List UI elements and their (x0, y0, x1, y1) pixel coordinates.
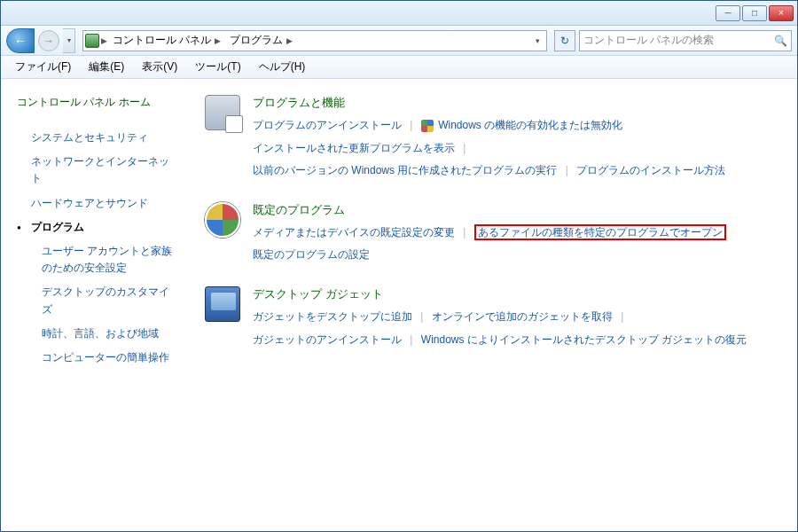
link-filetype-open-with[interactable]: あるファイルの種類を特定のプログラムでオープン (474, 224, 726, 240)
section-programs: プログラムと機能 プログラムのアンインストール | Windows の機能の有効… (205, 95, 779, 184)
history-dropdown[interactable]: ▾ (63, 28, 75, 53)
section-body: プログラムと機能 プログラムのアンインストール | Windows の機能の有効… (253, 95, 779, 184)
back-button[interactable]: ← (6, 28, 35, 53)
section-body: デスクトップ ガジェット ガジェットをデスクトップに追加 | オンラインで追加の… (253, 286, 779, 353)
link-add-gadget[interactable]: ガジェットをデスクトップに追加 (253, 310, 412, 323)
breadcrumb-item[interactable]: コントロール パネル▶ (109, 33, 224, 48)
close-button[interactable]: × (769, 5, 794, 21)
forward-button[interactable]: → (38, 30, 59, 51)
breadcrumb-label: プログラム (230, 33, 283, 48)
menubar: ファイル(F) 編集(E) 表示(V) ツール(T) ヘルプ(H) (1, 56, 797, 79)
link-windows-features[interactable]: Windows の機能の有効化または無効化 (438, 119, 622, 131)
body: コントロール パネル ホーム システムとセキュリティ ネットワークとインターネッ… (1, 79, 797, 531)
sidebar-item-system[interactable]: システムとセキュリティ (17, 126, 178, 150)
separator: | (410, 119, 412, 131)
link-line: 既定のプログラムの設定 (253, 246, 779, 265)
maximize-button[interactable]: □ (742, 5, 767, 21)
section-title-gadgets[interactable]: デスクトップ ガジェット (253, 286, 779, 302)
link-online-gadgets[interactable]: オンラインで追加のガジェットを取得 (432, 310, 613, 323)
link-how-to-install[interactable]: プログラムのインストール方法 (576, 164, 725, 176)
shield-icon (421, 120, 434, 132)
menu-edit[interactable]: 編集(E) (82, 58, 131, 76)
desktop-gadgets-icon (205, 286, 240, 322)
link-uninstall-gadget[interactable]: ガジェットのアンインストール (253, 333, 402, 346)
link-legacy-programs[interactable]: 以前のバージョンの Windows 用に作成されたプログラムの実行 (253, 164, 557, 176)
window-controls: ─ □ × (716, 5, 794, 21)
link-line: ガジェットをデスクトップに追加 | オンラインで追加のガジェットを取得 | (253, 308, 779, 327)
sidebar-item-accounts[interactable]: ユーザー アカウントと家族のための安全設定 (17, 239, 178, 280)
search-placeholder: コントロール パネルの検索 (583, 33, 714, 48)
sidebar-item-programs[interactable]: プログラム (17, 215, 178, 239)
separator: | (621, 310, 623, 323)
section-title-defaults[interactable]: 既定のプログラム (253, 202, 779, 218)
menu-tools[interactable]: ツール(T) (188, 58, 247, 76)
section-title-programs[interactable]: プログラムと機能 (253, 95, 779, 111)
sidebar-item-clock[interactable]: 時計、言語、および地域 (17, 322, 178, 346)
refresh-button[interactable]: ↻ (554, 30, 575, 51)
navbar: ← → ▾ ▶ コントロール パネル▶ プログラム▶ ▾ ↻ コントロール パネ… (1, 26, 797, 56)
address-bar[interactable]: ▶ コントロール パネル▶ プログラム▶ ▾ (82, 30, 547, 51)
link-default-programs-settings[interactable]: 既定のプログラムの設定 (253, 248, 370, 261)
breadcrumb-item[interactable]: プログラム▶ (226, 33, 296, 48)
sidebar: コントロール パネル ホーム システムとセキュリティ ネットワークとインターネッ… (1, 79, 187, 531)
minimize-button[interactable]: ─ (716, 5, 740, 21)
titlebar: ─ □ × (1, 1, 797, 26)
breadcrumb-label: コントロール パネル (113, 33, 211, 48)
sidebar-list: システムとセキュリティ ネットワークとインターネット ハードウェアとサウンド プ… (17, 126, 178, 370)
chevron-right-icon: ▶ (215, 36, 221, 45)
link-installed-updates[interactable]: インストールされた更新プログラムを表示 (253, 142, 455, 154)
link-restore-gadgets[interactable]: Windows によりインストールされたデスクトップ ガジェットの復元 (421, 333, 747, 346)
default-programs-icon (205, 202, 240, 238)
link-uninstall-program[interactable]: プログラムのアンインストール (253, 119, 402, 131)
separator: | (463, 226, 466, 239)
section-gadgets: デスクトップ ガジェット ガジェットをデスクトップに追加 | オンラインで追加の… (205, 286, 779, 353)
link-line: インストールされた更新プログラムを表示 | (253, 139, 779, 159)
search-input[interactable]: コントロール パネルの検索 🔍 (579, 30, 792, 51)
sidebar-item-hardware[interactable]: ハードウェアとサウンド (17, 192, 178, 215)
content: プログラムと機能 プログラムのアンインストール | Windows の機能の有効… (187, 79, 797, 531)
separator: | (566, 164, 568, 176)
separator: | (420, 310, 423, 323)
menu-file[interactable]: ファイル(F) (8, 58, 78, 76)
control-panel-icon (85, 34, 99, 48)
section-defaults: 既定のプログラム メディアまたはデバイスの既定設定の変更 | あるファイルの種類… (205, 202, 779, 269)
programs-features-icon (205, 95, 240, 130)
search-icon[interactable]: 🔍 (774, 35, 787, 47)
link-line: メディアまたはデバイスの既定設定の変更 | あるファイルの種類を特定のプログラム… (253, 223, 779, 243)
link-line: プログラムのアンインストール | Windows の機能の有効化または無効化 (253, 116, 779, 136)
separator: | (410, 333, 412, 346)
window: ─ □ × ← → ▾ ▶ コントロール パネル▶ プログラム▶ ▾ ↻ コント… (0, 0, 798, 532)
link-line: ガジェットのアンインストール | Windows によりインストールされたデスク… (253, 331, 779, 350)
chevron-right-icon: ▶ (101, 36, 107, 45)
sidebar-item-desktop[interactable]: デスクトップのカスタマイズ (17, 280, 178, 321)
address-dropdown[interactable]: ▾ (530, 36, 544, 45)
sidebar-item-network[interactable]: ネットワークとインターネット (17, 150, 178, 191)
link-line: 以前のバージョンの Windows 用に作成されたプログラムの実行 | プログラ… (253, 161, 779, 181)
link-media-device-defaults[interactable]: メディアまたはデバイスの既定設定の変更 (253, 226, 455, 239)
control-panel-home-link[interactable]: コントロール パネル ホーム (17, 95, 178, 110)
menu-help[interactable]: ヘルプ(H) (252, 58, 313, 76)
menu-view[interactable]: 表示(V) (135, 58, 184, 76)
section-body: 既定のプログラム メディアまたはデバイスの既定設定の変更 | あるファイルの種類… (253, 202, 779, 269)
chevron-right-icon: ▶ (286, 36, 293, 45)
separator: | (463, 142, 466, 154)
sidebar-item-ease[interactable]: コンピューターの簡単操作 (17, 346, 178, 370)
